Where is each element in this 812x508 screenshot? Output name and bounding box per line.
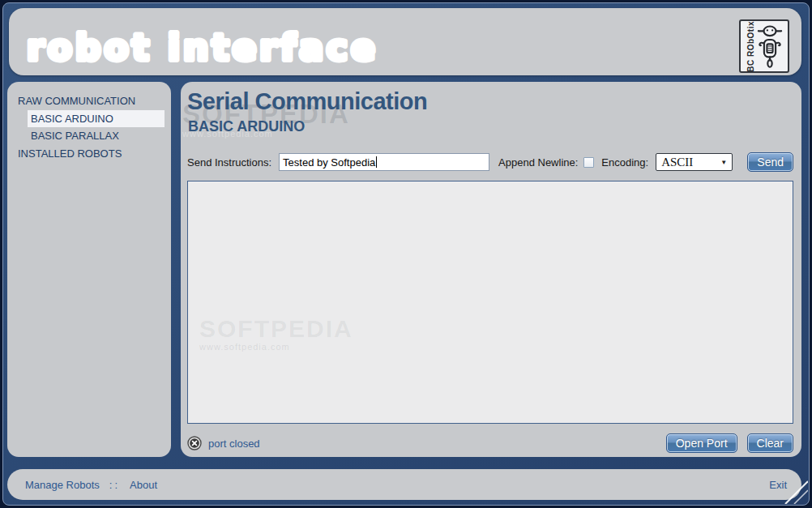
status-bar: port closed Open Port Clear: [187, 433, 793, 454]
chevron-down-icon: ▼: [720, 159, 727, 166]
text-caret: [376, 156, 377, 168]
header: robot interface BC RObOtix: [9, 8, 801, 75]
app-title: robot interface: [24, 19, 591, 75]
port-status-text: port closed: [208, 438, 260, 450]
svg-text:robot interface: robot interface: [27, 27, 378, 68]
page-subtitle: BASIC ARDUINO: [188, 118, 305, 135]
send-button[interactable]: Send: [747, 152, 793, 172]
serial-output-area[interactable]: SOFTPEDIA www.softpedia.com: [187, 181, 793, 424]
about-link[interactable]: About: [130, 479, 157, 491]
sidebar-item-basic-parallax[interactable]: BASIC PARALLAX: [28, 127, 165, 144]
send-instructions-label: Send Instructions:: [187, 156, 271, 169]
robot-interface-app: { "header": { "title": "robot interface"…: [0, 0, 812, 508]
append-newline-label: Append Newline:: [498, 156, 578, 169]
resize-grip[interactable]: [782, 478, 808, 504]
brand-logo: BC RObOtix: [739, 19, 789, 73]
port-buttons: Open Port Clear: [666, 433, 793, 453]
clear-button[interactable]: Clear: [747, 433, 793, 453]
footer-bar: Manage Robots :: About Exit: [7, 469, 801, 500]
robot-icon: [757, 24, 783, 68]
sidebar-item-raw-communication[interactable]: RAW COMMUNICATION: [7, 92, 171, 110]
app-window: robot interface BC RObOtix: [2, 2, 810, 506]
sidebar: RAW COMMUNICATION BASIC ARDUINO BASIC PA…: [7, 82, 171, 457]
brand-logo-text: BC RObOtix: [746, 21, 755, 72]
port-closed-icon: [187, 436, 202, 450]
app-title-text: robot interface: [24, 19, 591, 71]
page-title: Serial Communication: [187, 88, 427, 115]
send-form: Send Instructions: Tested by Softpedia A…: [187, 152, 793, 173]
sidebar-item-installed-robots[interactable]: INSTALLED ROBOTS: [7, 144, 171, 163]
sidebar-item-basic-arduino[interactable]: BASIC ARDUINO: [28, 110, 165, 127]
encoding-selected-value: ASCII: [661, 156, 693, 169]
append-newline-checkbox[interactable]: [583, 157, 594, 168]
footer-separator: ::: [109, 479, 120, 491]
encoding-dropdown[interactable]: ASCII ▼: [656, 153, 733, 171]
send-instructions-value: Tested by Softpedia: [283, 156, 375, 169]
manage-robots-link[interactable]: Manage Robots: [25, 479, 100, 491]
watermark: SOFTPEDIA www.softpedia.com: [199, 315, 353, 352]
open-port-button[interactable]: Open Port: [666, 433, 737, 453]
send-instructions-input[interactable]: Tested by Softpedia: [279, 153, 489, 171]
encoding-label: Encoding:: [601, 156, 648, 169]
main-panel: SOFTPEDIA www.softpedia.com Serial Commu…: [181, 82, 801, 457]
